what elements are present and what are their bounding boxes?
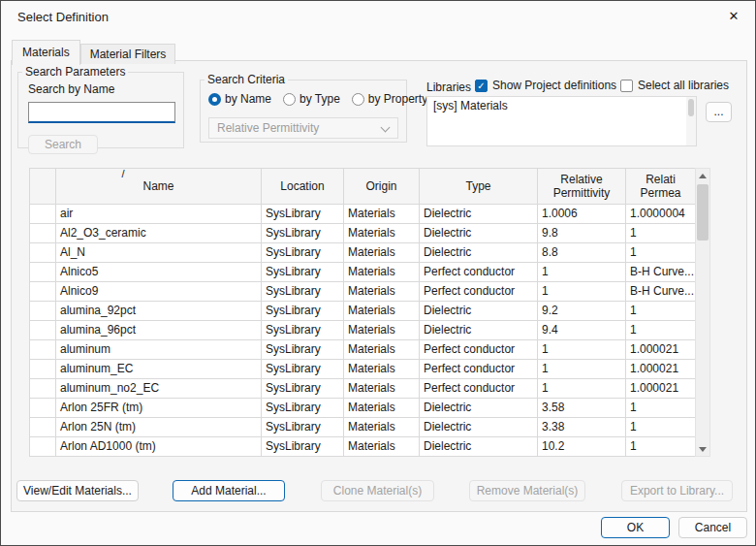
table-cell[interactable]: Dielectric: [420, 243, 538, 263]
table-row[interactable]: Arlon AD1000 (tm)SysLibraryMaterialsDiel…: [30, 437, 696, 457]
table-cell[interactable]: Al2_O3_ceramic: [56, 224, 262, 243]
libraries-listbox[interactable]: [sys] Materials: [426, 96, 697, 146]
library-list-item[interactable]: [sys] Materials: [427, 97, 696, 114]
table-cell[interactable]: 1: [626, 321, 696, 340]
table-row[interactable]: aluminumSysLibraryMaterialsPerfect condu…: [30, 340, 696, 360]
table-cell[interactable]: 9.8: [538, 224, 626, 243]
table-cell[interactable]: Materials: [344, 437, 420, 457]
table-cell[interactable]: 1: [626, 224, 696, 243]
table-cell[interactable]: Al_N: [56, 243, 262, 263]
table-cell[interactable]: Perfect conductor: [420, 263, 538, 282]
row-selector[interactable]: [30, 263, 56, 282]
ok-button[interactable]: OK: [601, 517, 670, 538]
table-cell[interactable]: 1.000021: [626, 340, 696, 360]
table-cell[interactable]: 1: [538, 263, 626, 282]
table-cell[interactable]: alumina_96pct: [56, 321, 262, 340]
header-origin[interactable]: Origin: [344, 169, 420, 205]
table-cell[interactable]: Dielectric: [420, 418, 538, 437]
close-icon[interactable]: ✕: [712, 1, 755, 32]
header-relative-permeability[interactable]: Relati Permea: [626, 169, 696, 205]
table-cell[interactable]: Materials: [344, 321, 420, 340]
table-cell[interactable]: SysLibrary: [262, 399, 344, 418]
table-cell[interactable]: Materials: [344, 282, 420, 302]
table-cell[interactable]: Materials: [344, 243, 420, 263]
row-selector[interactable]: [30, 437, 56, 457]
table-cell[interactable]: aluminum: [56, 340, 262, 360]
table-cell[interactable]: 9.2: [538, 302, 626, 321]
table-cell[interactable]: Materials: [344, 302, 420, 321]
table-cell[interactable]: 1.0000004: [626, 205, 696, 224]
table-cell[interactable]: 1: [626, 243, 696, 263]
table-cell[interactable]: 3.38: [538, 418, 626, 437]
table-cell[interactable]: 1: [538, 282, 626, 302]
row-selector[interactable]: [30, 282, 56, 302]
table-row[interactable]: Arlon 25FR (tm)SysLibraryMaterialsDielec…: [30, 399, 696, 418]
table-cell[interactable]: B-H Curve...: [626, 282, 696, 302]
table-cell[interactable]: Materials: [344, 379, 420, 399]
header-relative-permittivity[interactable]: Relative Permittivity: [538, 169, 626, 205]
table-cell[interactable]: 1: [538, 379, 626, 399]
table-row[interactable]: airSysLibraryMaterialsDielectric1.00061.…: [30, 205, 696, 224]
table-row[interactable]: alumina_96pctSysLibraryMaterialsDielectr…: [30, 321, 696, 340]
search-button[interactable]: Search: [28, 135, 98, 154]
table-cell[interactable]: Alnico5: [56, 263, 262, 282]
table-cell[interactable]: 1.000021: [626, 379, 696, 399]
table-row[interactable]: Al2_O3_ceramicSysLibraryMaterialsDielect…: [30, 224, 696, 243]
table-cell[interactable]: Arlon 25FR (tm): [56, 399, 262, 418]
table-row[interactable]: Al_NSysLibraryMaterialsDielectric8.81: [30, 243, 696, 263]
table-cell[interactable]: Arlon AD1000 (tm): [56, 437, 262, 457]
header-location[interactable]: Location: [262, 169, 344, 205]
table-cell[interactable]: aluminum_no2_EC: [56, 379, 262, 399]
table-cell[interactable]: 10.2: [538, 437, 626, 457]
header-name[interactable]: /Name: [56, 169, 262, 205]
table-cell[interactable]: B-H Curve...: [626, 263, 696, 282]
cancel-button[interactable]: Cancel: [678, 517, 747, 538]
table-cell[interactable]: SysLibrary: [262, 302, 344, 321]
table-row[interactable]: aluminum_ECSysLibraryMaterialsPerfect co…: [30, 360, 696, 379]
add-material-button[interactable]: Add Material...: [173, 480, 285, 501]
table-vertical-scrollbar[interactable]: [695, 168, 710, 457]
table-cell[interactable]: SysLibrary: [262, 321, 344, 340]
table-cell[interactable]: Materials: [344, 340, 420, 360]
table-cell[interactable]: 9.4: [538, 321, 626, 340]
scroll-up-icon[interactable]: [696, 169, 709, 182]
tab-material-filters[interactable]: Material Filters: [80, 44, 176, 64]
table-cell[interactable]: Dielectric: [420, 224, 538, 243]
table-cell[interactable]: 8.8: [538, 243, 626, 263]
table-cell[interactable]: Materials: [344, 360, 420, 379]
row-selector[interactable]: [30, 360, 56, 379]
row-selector[interactable]: [30, 340, 56, 360]
browse-libraries-button[interactable]: ...: [706, 102, 732, 122]
table-cell[interactable]: Arlon 25N (tm): [56, 418, 262, 437]
row-selector[interactable]: [30, 302, 56, 321]
table-cell[interactable]: Perfect conductor: [420, 379, 538, 399]
table-cell[interactable]: SysLibrary: [262, 205, 344, 224]
table-cell[interactable]: 1: [626, 302, 696, 321]
table-cell[interactable]: Alnico9: [56, 282, 262, 302]
scrollbar-thumb[interactable]: [688, 99, 694, 116]
row-selector[interactable]: [30, 205, 56, 224]
row-selector[interactable]: [30, 418, 56, 437]
table-row[interactable]: Alnico5SysLibraryMaterialsPerfect conduc…: [30, 263, 696, 282]
table-cell[interactable]: SysLibrary: [262, 418, 344, 437]
table-row[interactable]: Arlon 25N (tm)SysLibraryMaterialsDielect…: [30, 418, 696, 437]
table-cell[interactable]: 1.0006: [538, 205, 626, 224]
tab-materials[interactable]: Materials: [12, 40, 80, 65]
table-cell[interactable]: Materials: [344, 399, 420, 418]
table-cell[interactable]: Dielectric: [420, 205, 538, 224]
table-cell[interactable]: 1: [538, 340, 626, 360]
table-cell[interactable]: Materials: [344, 224, 420, 243]
table-cell[interactable]: SysLibrary: [262, 379, 344, 399]
table-cell[interactable]: SysLibrary: [262, 282, 344, 302]
radio-by-type[interactable]: by Type: [283, 92, 340, 106]
table-cell[interactable]: Dielectric: [420, 399, 538, 418]
radio-by-name[interactable]: by Name: [208, 92, 271, 106]
table-cell[interactable]: SysLibrary: [262, 340, 344, 360]
table-cell[interactable]: Materials: [344, 205, 420, 224]
table-cell[interactable]: SysLibrary: [262, 224, 344, 243]
table-cell[interactable]: 1.000021: [626, 360, 696, 379]
table-cell[interactable]: Dielectric: [420, 437, 538, 457]
export-to-library-button[interactable]: Export to Library...: [621, 480, 733, 501]
table-cell[interactable]: 1: [626, 399, 696, 418]
clone-material-button[interactable]: Clone Material(s): [321, 480, 434, 501]
